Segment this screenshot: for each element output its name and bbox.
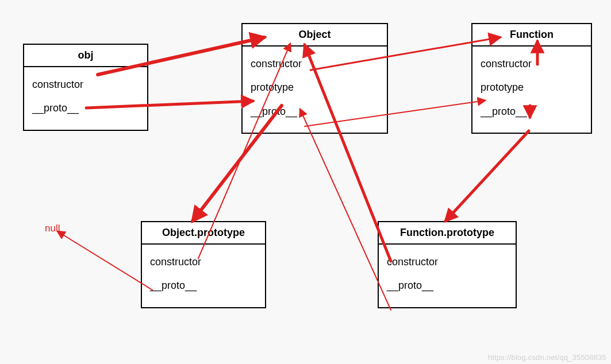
function-proto: __proto__ — [481, 100, 583, 123]
box-obj-title: obj — [24, 45, 147, 67]
arrow — [57, 231, 152, 290]
null-label: null — [45, 223, 60, 234]
object-proto: __proto__ — [251, 100, 379, 123]
function-constructor: constructor — [481, 52, 583, 76]
obj-proto: __proto__ — [32, 96, 139, 120]
box-object-prototype: Object.prototype constructor __proto__ — [141, 221, 266, 308]
box-obj: obj constructor __proto__ — [23, 44, 148, 131]
box-function-prototype: Function.prototype constructor __proto__ — [378, 221, 517, 308]
object-constructor: constructor — [251, 52, 379, 76]
box-object-title: Object — [243, 24, 387, 47]
arrow — [445, 131, 529, 221]
object-prototype-constructor: constructor — [150, 250, 257, 274]
box-object: Object constructor prototype __proto__ — [241, 23, 388, 134]
obj-constructor: constructor — [32, 73, 139, 96]
watermark: https://blog.csdn.net/qq_35508835 — [488, 353, 606, 362]
function-prototype-constructor: constructor — [387, 250, 508, 274]
function-prototype: prototype — [481, 76, 583, 99]
box-object-prototype-title: Object.prototype — [142, 222, 265, 245]
object-prototype-proto: __proto__ — [150, 274, 257, 297]
box-function-prototype-title: Function.prototype — [379, 222, 516, 245]
function-prototype-proto: __proto__ — [387, 274, 508, 297]
box-function-title: Function — [472, 24, 591, 47]
box-function: Function constructor prototype __proto__ — [471, 23, 592, 134]
object-prototype: prototype — [251, 76, 379, 99]
